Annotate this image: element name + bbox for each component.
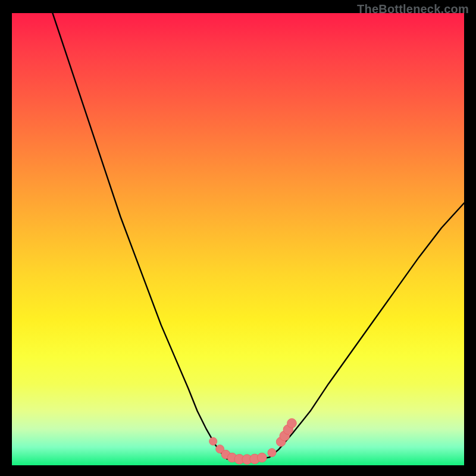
valley-marker [257,453,267,462]
valley-marker [209,437,217,445]
bottleneck-curve [52,13,464,460]
chart-stage: TheBottleneck.com [0,0,476,476]
valley-markers [209,418,297,464]
valley-marker [268,449,276,457]
valley-marker [287,418,297,428]
chart-svg [12,13,464,465]
plot-area [12,13,464,465]
